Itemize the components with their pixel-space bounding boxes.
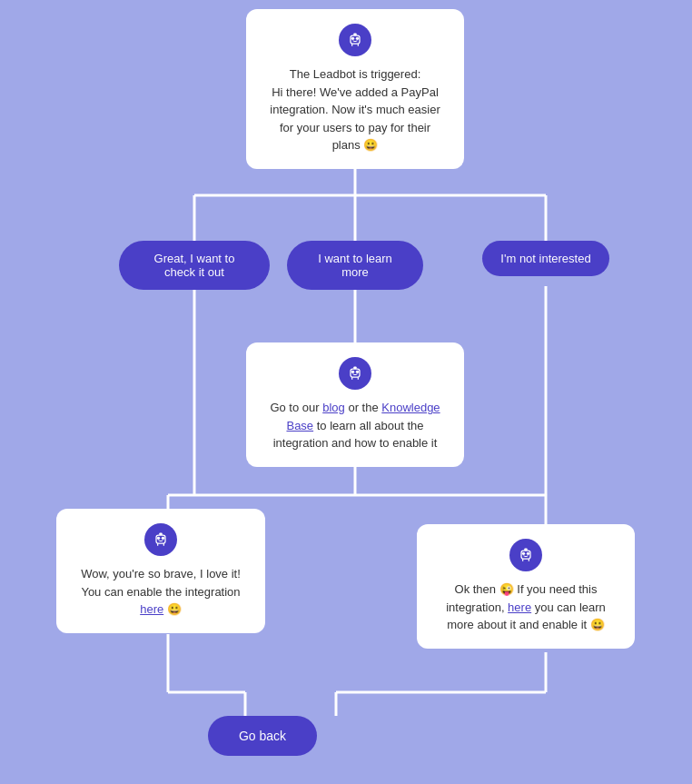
go-back-button[interactable]: Go back: [208, 716, 317, 756]
svg-point-31: [162, 537, 164, 540]
notinterested-here-link[interactable]: here: [508, 600, 531, 614]
svg-point-18: [351, 37, 354, 40]
kb-link[interactable]: Knowledge Base: [286, 401, 440, 432]
flowchart: The Leadbot is triggered: Hi there! We'v…: [0, 0, 692, 784]
blog-link[interactable]: blog: [322, 401, 345, 414]
svg-rect-39: [524, 549, 527, 551]
not-interested-response-text: Ok then 😜 If you need this integration, …: [435, 581, 617, 634]
svg-point-25: [356, 371, 359, 373]
svg-rect-27: [353, 367, 356, 370]
trigger-text: The Leadbot is triggered: Hi there! We'v…: [264, 65, 446, 154]
trigger-line1: The Leadbot is triggered:: [290, 67, 421, 81]
svg-rect-21: [353, 34, 356, 36]
svg-point-30: [157, 537, 160, 540]
not-interested-label: I'm not interested: [500, 252, 590, 265]
check-out-button[interactable]: Great, I want to check it out: [119, 241, 270, 290]
learn-more-card: Go to our blog or the Knowledge Base to …: [246, 342, 464, 467]
not-interested-button[interactable]: I'm not interested: [482, 241, 609, 276]
svg-rect-33: [159, 533, 162, 536]
learn-more-label: I want to learn more: [318, 252, 392, 279]
bot-icon-checkout: [144, 523, 177, 556]
learn-more-text: Go to our blog or the Knowledge Base to …: [264, 399, 446, 452]
check-out-response-card: Wow, you're so brave, I love it! You can…: [56, 509, 265, 633]
bot-svg: [346, 31, 364, 49]
svg-point-24: [351, 371, 354, 373]
bot-svg-3: [152, 531, 170, 549]
checkout-here-link[interactable]: here: [140, 602, 163, 616]
go-back-label: Go back: [239, 729, 286, 743]
bot-svg-2: [346, 364, 364, 382]
bot-icon-trigger: [339, 24, 371, 56]
check-out-label: Great, I want to check it out: [154, 252, 235, 279]
trigger-card: The Leadbot is triggered: Hi there! We'v…: [246, 9, 464, 169]
bot-svg-4: [517, 546, 535, 564]
learn-more-button[interactable]: I want to learn more: [287, 241, 423, 290]
bot-icon-learn: [339, 357, 371, 390]
svg-point-36: [522, 552, 525, 555]
bot-icon-notinterested: [509, 539, 542, 571]
not-interested-response-card: Ok then 😜 If you need this integration, …: [417, 524, 635, 649]
svg-point-37: [527, 552, 529, 555]
checkout-response-text: Wow, you're so brave, I love it! You can…: [74, 565, 247, 619]
svg-point-19: [356, 37, 359, 40]
